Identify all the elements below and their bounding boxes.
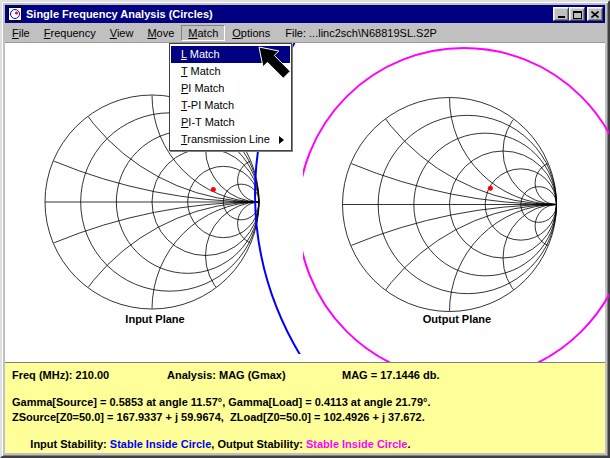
match-menu-item-transmission-line[interactable]: Transmission Line — [171, 131, 290, 148]
analysis-readout: Analysis: MAG (Gmax) — [167, 369, 286, 381]
minimize-button[interactable] — [553, 7, 569, 21]
close-icon — [591, 11, 599, 18]
current-file-label: File: ...linc2sch\N68819SL.S2P — [285, 27, 437, 39]
stability-end: . — [407, 438, 410, 450]
input-stability-label: Input Stability: — [30, 438, 109, 450]
mag-readout: MAG = 17.1446 db. — [342, 369, 440, 381]
minimize-icon — [558, 16, 565, 18]
output-stability-value: Stable Inside Circle — [306, 438, 407, 450]
match-dropdown-menu: L MatchT MatchPI MatchT-PI MatchPI-T Mat… — [169, 43, 292, 151]
menu-bar-items: FileFrequencyViewMoveMatchOptions — [5, 25, 277, 41]
menu-bar: FileFrequencyViewMoveMatchOptions File: … — [5, 23, 605, 43]
stability-separator: , Output Stability: — [211, 438, 306, 450]
submenu-arrow-icon — [279, 136, 284, 144]
match-menu-item-t-pi-match[interactable]: T-PI Match — [171, 97, 290, 114]
output-plane-label: Output Plane — [387, 313, 527, 325]
close-button[interactable] — [587, 7, 603, 21]
maximize-icon — [573, 11, 582, 19]
chart-area: Input Plane Output Plane — [5, 43, 605, 367]
impedance-readout: ZSource[Z0=50.0] = 167.9337 + j 59.9674,… — [12, 411, 425, 423]
title-bar[interactable]: Single Frequency Analysis (Circles) — [5, 5, 605, 23]
match-menu-item-pi-match[interactable]: PI Match — [171, 80, 290, 97]
freq-readout: Freq (MHz): 210.00 — [12, 369, 109, 381]
app-icon — [8, 7, 22, 21]
input-plane-label: Input Plane — [85, 313, 225, 325]
maximize-button[interactable] — [569, 7, 585, 21]
menu-file[interactable]: File — [5, 25, 37, 41]
menu-options[interactable]: Options — [225, 25, 277, 41]
menu-move[interactable]: Move — [140, 25, 181, 41]
status-panel: Freq (MHz): 210.00 Analysis: MAG (Gmax) … — [5, 362, 605, 453]
menu-view[interactable]: View — [103, 25, 141, 41]
stability-readout: Input Stability: Stable Inside Circle, O… — [12, 426, 411, 458]
match-menu-item-l-match[interactable]: L Match — [171, 46, 290, 63]
menu-match[interactable]: Match — [181, 25, 225, 41]
match-menu-item-t-match[interactable]: T Match — [171, 63, 290, 80]
window-title: Single Frequency Analysis (Circles) — [26, 8, 553, 20]
app-window: Single Frequency Analysis (Circles) File… — [0, 0, 610, 458]
gamma-readout: Gamma[Source] = 0.5853 at angle 11.57°, … — [12, 396, 430, 408]
menu-frequency[interactable]: Frequency — [37, 25, 103, 41]
match-menu-item-pi-t-match[interactable]: PI-T Match — [171, 114, 290, 131]
input-stability-value: Stable Inside Circle — [110, 438, 211, 450]
